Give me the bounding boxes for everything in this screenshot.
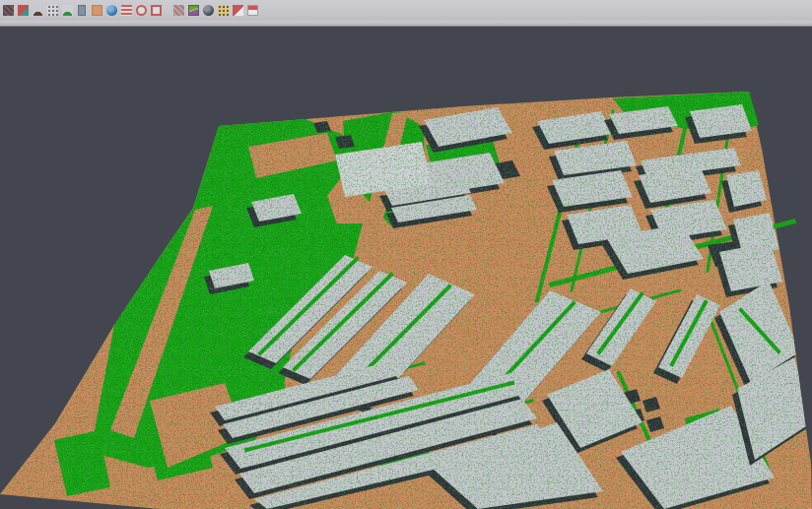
fit-frame-glyph — [151, 5, 162, 16]
mesh-mountain-glyph — [33, 5, 43, 16]
texture-checker-glyph — [173, 5, 184, 16]
labels-glyph — [218, 5, 229, 16]
globe-glyph — [106, 5, 117, 16]
terrain-glyph — [62, 5, 73, 16]
sphere-glyph — [203, 5, 214, 16]
main-toolbar — [0, 0, 812, 27]
classification-icon[interactable] — [186, 2, 200, 18]
align-arrows-icon[interactable] — [16, 2, 30, 18]
target-circle-icon[interactable] — [134, 2, 148, 18]
align-arrows-glyph — [18, 5, 29, 16]
point-cloud-scene — [0, 27, 812, 509]
flag-icon[interactable] — [245, 2, 259, 18]
application-window — [0, 0, 812, 509]
labels-icon[interactable] — [216, 2, 230, 18]
open-file-icon[interactable] — [1, 2, 15, 18]
contour-lines-icon[interactable] — [119, 2, 133, 18]
mesh-mountain-icon[interactable] — [31, 2, 44, 18]
terrain-icon[interactable] — [60, 2, 74, 18]
point-cloud-glyph — [47, 5, 58, 16]
height-profile-icon[interactable] — [75, 2, 89, 18]
point-cloud-icon[interactable] — [45, 2, 59, 18]
3d-viewport[interactable] — [0, 27, 812, 509]
classification-glyph — [188, 5, 199, 16]
ortho-image-glyph — [92, 5, 102, 16]
fit-frame-icon[interactable] — [149, 2, 163, 18]
contour-lines-glyph — [121, 5, 132, 16]
height-profile-glyph — [78, 5, 86, 16]
ortho-image-icon[interactable] — [90, 2, 103, 18]
globe-icon[interactable] — [104, 2, 118, 18]
delete-cross-icon[interactable] — [231, 2, 244, 18]
flag-glyph — [247, 5, 258, 16]
target-circle-glyph — [136, 5, 147, 16]
open-file-glyph — [3, 5, 14, 16]
sphere-icon[interactable] — [201, 2, 215, 18]
texture-checker-icon[interactable] — [171, 2, 185, 18]
delete-cross-glyph — [233, 5, 243, 16]
